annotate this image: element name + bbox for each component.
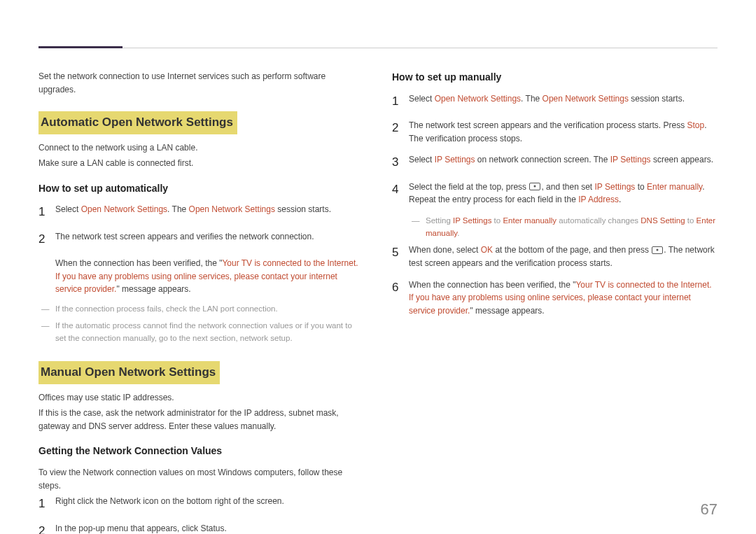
text: . xyxy=(619,195,621,204)
text: at the bottom of the page, and then pres… xyxy=(493,245,651,255)
note-text: If the connection process fails, check t… xyxy=(55,303,278,316)
text: Select xyxy=(409,155,435,164)
highlight: IP Settings xyxy=(595,182,636,192)
note: ― If the connection process fails, check… xyxy=(38,303,364,316)
step-text: Select Open Network Settings. The Open N… xyxy=(55,203,364,221)
highlight: IP Settings xyxy=(453,216,491,225)
highlight: IP Settings xyxy=(435,155,475,164)
text: session starts. xyxy=(275,204,331,214)
text: " message appears. xyxy=(470,306,544,316)
text: , and then set xyxy=(541,182,594,192)
step-text: Select the field at the top, press , and… xyxy=(409,181,718,206)
dash-icon: ― xyxy=(38,320,55,345)
highlight: Enter manually xyxy=(647,182,702,192)
text: Select the field at the top, press xyxy=(409,182,528,192)
highlight: IP Address xyxy=(578,195,619,204)
text: The network test screen appears and the … xyxy=(409,120,687,130)
step-text: When done, select OK at the bottom of th… xyxy=(409,244,718,269)
step-2: 2 The network test screen appears and ve… xyxy=(38,230,364,248)
step-1: 1 Select Open Network Settings. The Open… xyxy=(392,92,718,111)
text: to xyxy=(491,216,503,225)
step-text: The network test screen appears and veri… xyxy=(55,230,364,248)
step-number: 1 xyxy=(38,203,55,221)
step-number: 5 xyxy=(392,244,409,269)
step-number: 6 xyxy=(392,279,409,318)
text: Select xyxy=(55,204,81,214)
step-4: 4 Select the field at the top, press , a… xyxy=(392,181,718,206)
text: When the connection has been verified, t… xyxy=(409,280,575,290)
step-text: Right click the Network icon on the bott… xyxy=(55,495,364,513)
sub-heading-values: Getting the Network Connection Values xyxy=(38,444,364,459)
text: session starts. xyxy=(629,94,685,104)
sub-heading-auto: How to set up automatically xyxy=(38,181,364,197)
sub-heading-manual-setup: How to set up manually xyxy=(392,70,718,85)
highlight: Open Network Settings xyxy=(189,204,275,214)
enter-button-icon xyxy=(529,183,540,190)
note-text: If the automatic process cannot find the… xyxy=(55,320,364,345)
step-text: Select Open Network Settings. The Open N… xyxy=(409,92,718,111)
header-accent-bar xyxy=(38,46,122,48)
page-number: 67 xyxy=(701,500,718,519)
content-columns: Set the network connection to use Intern… xyxy=(38,70,718,534)
step-number: 2 xyxy=(392,119,409,145)
highlight: IP Settings xyxy=(610,155,651,164)
note: ― If the automatic process cannot find t… xyxy=(38,320,364,345)
highlight: OK xyxy=(481,245,493,255)
intro-text: Set the network connection to use Intern… xyxy=(38,70,364,96)
para: If this is the case, ask the network adm… xyxy=(38,407,364,433)
note: ― Setting IP Settings to Enter manually … xyxy=(409,215,718,240)
left-column: Set the network connection to use Intern… xyxy=(38,70,364,534)
step-number: 3 xyxy=(392,153,409,171)
step-text: When the connection has been verified, t… xyxy=(409,279,718,318)
highlight: Stop xyxy=(687,120,705,130)
text: . The xyxy=(521,94,542,104)
text: When done, select xyxy=(409,245,481,255)
highlight: Enter manually xyxy=(503,216,556,225)
text: " message appears. xyxy=(116,284,190,294)
step-1: 1 Select Open Network Settings. The Open… xyxy=(38,203,364,221)
text: screen appears. xyxy=(651,155,713,164)
text: . xyxy=(457,229,459,237)
step-text: In the pop-up menu that appears, click S… xyxy=(55,522,364,534)
step-text: Select IP Settings on network connection… xyxy=(409,153,718,171)
text: to xyxy=(685,216,696,225)
text: . The xyxy=(167,204,188,214)
section-heading-automatic: Automatic Open Network Settings xyxy=(38,111,237,134)
step-2: 2 The network test screen appears and th… xyxy=(392,119,718,145)
text: on network connection screen. The xyxy=(475,155,610,164)
step-number: 4 xyxy=(392,181,409,206)
para: Offices may use static IP addresses. xyxy=(38,391,364,405)
text: Setting xyxy=(426,216,453,225)
step-text: The network test screen appears and the … xyxy=(409,119,718,145)
dash-icon: ― xyxy=(409,215,426,240)
text: to xyxy=(635,182,647,192)
section-heading-manual: Manual Open Network Settings xyxy=(38,361,220,384)
text: Select xyxy=(409,94,435,104)
step-1: 1 Right click the Network icon on the bo… xyxy=(38,495,364,513)
step-number: 1 xyxy=(392,92,409,111)
para: Connect to the network using a LAN cable… xyxy=(38,141,364,155)
step-5: 5 When done, select OK at the bottom of … xyxy=(392,244,718,269)
para: Make sure a LAN cable is connected first… xyxy=(38,157,364,170)
highlight: DNS Setting xyxy=(640,216,685,225)
step-number: 2 xyxy=(38,230,55,248)
step-number: 2 xyxy=(38,522,55,534)
step-6: 6 When the connection has been verified,… xyxy=(392,279,718,318)
step-3: 3 Select IP Settings on network connecti… xyxy=(392,153,718,171)
step-number: 1 xyxy=(38,495,55,513)
highlight: Open Network Settings xyxy=(542,94,629,104)
text: When the connection has been verified, t… xyxy=(55,258,222,268)
right-column: How to set up manually 1 Select Open Net… xyxy=(392,70,718,534)
para: To view the Network connection values on… xyxy=(38,466,364,492)
header-rule xyxy=(38,48,718,48)
text: automatically changes xyxy=(556,216,640,225)
highlight: Open Network Settings xyxy=(435,94,521,104)
note-text: Setting IP Settings to Enter manually au… xyxy=(426,215,718,240)
enter-button-icon xyxy=(652,246,663,254)
highlight: Open Network Settings xyxy=(81,204,167,214)
verified-message: When the connection has been verified, t… xyxy=(55,257,364,296)
dash-icon: ― xyxy=(38,303,55,316)
step-2: 2 In the pop-up menu that appears, click… xyxy=(38,522,364,534)
